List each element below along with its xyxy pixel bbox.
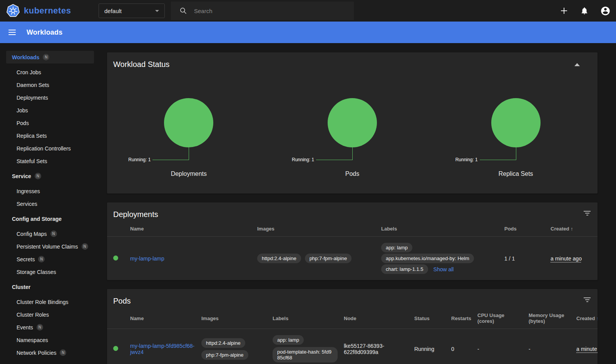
page-title: Workloads (27, 28, 63, 37)
workload-status-title: Workload Status (107, 52, 598, 71)
sidebar-item-services[interactable]: Services (6, 197, 94, 210)
new-badge: N (50, 230, 57, 237)
sidebar-item-secrets[interactable]: Secrets N (6, 253, 94, 265)
table-row: my-lamp-lamp-5fd985cf68-jwvz4 httpd:2.4-… (107, 329, 598, 364)
pie-running (491, 98, 541, 147)
menu-icon[interactable] (8, 30, 16, 35)
new-badge: N (37, 324, 43, 331)
sidebar-item-workloads[interactable]: Workloads N (6, 51, 94, 63)
sidebar-item-service[interactable]: Service N (6, 170, 94, 182)
sidebar-item-cluster[interactable]: Cluster (6, 281, 94, 293)
sidebar: Workloads N Cron Jobs Daemon Sets Deploy… (0, 43, 100, 364)
search-input[interactable] (194, 8, 333, 14)
new-badge: N (82, 243, 88, 250)
bell-icon (580, 7, 589, 15)
col-header-images[interactable]: Images (201, 308, 273, 329)
sidebar-item-deployments[interactable]: Deployments (6, 91, 94, 104)
pie-running (164, 98, 213, 147)
label-chip: app.kubernetes.io/managed-by: Helm (381, 254, 474, 263)
brand[interactable]: kubernetes (0, 4, 99, 18)
chevron-down-icon (155, 10, 159, 12)
create-resource-button[interactable] (559, 6, 569, 15)
sidebar-item-pods[interactable]: Pods (6, 117, 94, 129)
col-header-memory-usage[interactable]: Memory Usage (bytes) (529, 308, 576, 329)
replica-sets-status-chart: Running: 1 (434, 98, 598, 160)
col-header-restarts[interactable]: Restarts (451, 308, 477, 329)
chart-label-deployments: Deployments (107, 170, 271, 177)
sidebar-item-jobs[interactable]: Jobs (6, 104, 94, 117)
filter-icon[interactable] (584, 297, 591, 302)
pod-restarts: 0 (451, 329, 477, 364)
collapse-card-icon[interactable] (574, 63, 580, 66)
new-badge: N (60, 349, 66, 356)
label-chip: app: lamp (273, 335, 304, 345)
chart-annotation: Running: 1 (292, 157, 314, 162)
namespace-selector[interactable]: default (99, 3, 165, 18)
deployment-name-link[interactable]: my-lamp-lamp (130, 255, 164, 262)
pods-ratio: 1 / 1 (504, 237, 551, 281)
chart-label-pods: Pods (271, 170, 434, 177)
deployments-status-chart: Running: 1 (107, 98, 271, 160)
created-time: a minute ago (576, 346, 598, 352)
deployments-table: Name Images Labels Pods Created ↑ my-lam… (107, 221, 598, 280)
col-header-pods[interactable]: Pods (504, 221, 551, 237)
top-app-bar: kubernetes default (0, 0, 616, 22)
deployments-title: Deployments (107, 202, 598, 221)
chart-annotation: Running: 1 (128, 157, 151, 162)
status-ok-icon (113, 255, 118, 260)
sidebar-item-storage-classes[interactable]: Storage Classes (6, 265, 94, 278)
action-bar: Workloads (0, 22, 616, 43)
col-header-images[interactable]: Images (257, 221, 381, 237)
sidebar-item-events[interactable]: Events N (6, 321, 94, 334)
sidebar-item-cron-jobs[interactable]: Cron Jobs (6, 66, 94, 78)
col-header-name[interactable]: Name (130, 221, 257, 237)
sidebar-item-cluster-roles[interactable]: Cluster Roles (6, 308, 94, 321)
pod-status: Running (414, 329, 451, 364)
node-name: lke55127-86393-622f8d09399a (344, 343, 384, 355)
pie-running (328, 98, 377, 147)
new-badge: N (35, 173, 41, 179)
col-header-cpu-usage[interactable]: CPU Usage (cores) (477, 308, 529, 329)
new-badge: N (43, 54, 49, 60)
col-header-node[interactable]: Node (344, 308, 414, 329)
sidebar-item-config-maps[interactable]: Config Maps N (6, 227, 94, 240)
sidebar-item-network-policies[interactable]: Network Policies N (6, 346, 94, 359)
namespace-value: default (104, 8, 122, 14)
pod-memory-usage: - (529, 329, 576, 364)
col-header-status[interactable]: Status (414, 308, 451, 329)
label-chip: chart: lamp-1.1.5 (381, 264, 428, 274)
pods-table: Name Images Labels Node Status Restarts … (107, 308, 598, 364)
kubernetes-logo-icon (6, 4, 20, 18)
col-header-labels[interactable]: Labels (273, 308, 344, 329)
deployments-card: Deployments Name Images Labels Pods Cr (107, 202, 598, 280)
sidebar-item-daemon-sets[interactable]: Daemon Sets (6, 78, 94, 91)
col-header-name[interactable]: Name (130, 308, 201, 329)
status-ok-icon (113, 346, 118, 351)
sidebar-item-persistent-volume-claims[interactable]: Persistent Volume Claims N (6, 240, 94, 253)
brand-name: kubernetes (24, 6, 71, 16)
col-header-created[interactable]: Created ↑ (551, 221, 598, 237)
col-header-created[interactable]: Created ↑ (576, 308, 598, 329)
sidebar-item-ingresses[interactable]: Ingresses (6, 185, 94, 197)
pod-name-link[interactable]: my-lamp-lamp-5fd985cf68-jwvz4 (130, 343, 194, 355)
col-header-labels[interactable]: Labels (381, 221, 504, 237)
sort-ascending-icon: ↑ (571, 226, 573, 232)
account-circle-icon (600, 6, 611, 16)
created-time: a minute ago (551, 255, 582, 262)
sidebar-item-replication-controllers[interactable]: Replication Controllers (6, 142, 94, 155)
show-all-link[interactable]: Show all (434, 266, 454, 272)
filter-icon[interactable] (584, 211, 591, 215)
notifications-button[interactable] (580, 7, 589, 15)
sidebar-item-stateful-sets[interactable]: Stateful Sets (6, 155, 94, 167)
sidebar-item-namespaces[interactable]: Namespaces (6, 334, 94, 346)
chart-annotation: Running: 1 (455, 157, 478, 162)
workload-status-card: Workload Status Running: 1 Running: 1 (107, 52, 598, 194)
sidebar-item-config-and-storage[interactable]: Config and Storage (6, 212, 94, 225)
image-chip: php:7-fpm-alpine (201, 350, 248, 360)
sidebar-item-replica-sets[interactable]: Replica Sets (6, 129, 94, 142)
user-menu-button[interactable] (600, 6, 611, 16)
main-content: Workload Status Running: 1 Running: 1 (100, 43, 616, 364)
pods-card: Pods Name Images Labels Node Status (107, 289, 598, 364)
search-bar[interactable] (171, 2, 354, 20)
sidebar-item-cluster-role-bindings[interactable]: Cluster Role Bindings (6, 296, 94, 308)
